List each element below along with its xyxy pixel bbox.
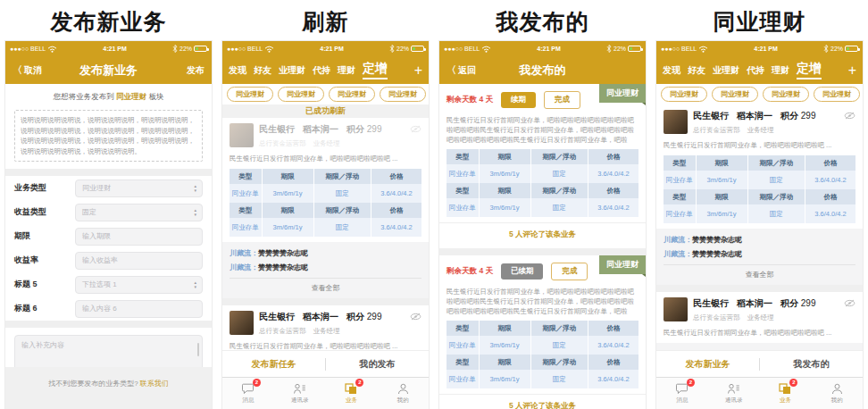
tabbar-me[interactable]: 我的	[811, 378, 863, 409]
cancel-button[interactable]: 〈取消	[13, 63, 42, 77]
term-input[interactable]	[75, 228, 203, 246]
tab-holding[interactable]: 代持	[747, 64, 764, 77]
battery-icon	[411, 46, 424, 52]
tabbar-contacts[interactable]: 通讯录	[708, 378, 760, 409]
target-board-link[interactable]: 同业理财	[116, 92, 146, 101]
category-pill[interactable]: 同业理财	[227, 87, 273, 102]
table-data-cell: 同业存单	[447, 370, 480, 388]
screenshot-strip: 发布新业务 ●●●○○ BELL 4:21 PM 22% 〈取消 发布新业务 发…	[0, 0, 868, 409]
table-header-cell: 类型	[447, 149, 480, 164]
bottom-bars: 发布新业务 我发布的 2 消息 通讯录 2 业务	[656, 350, 863, 409]
tab-discover[interactable]: 发现	[663, 64, 680, 77]
category-pill[interactable]: 同业理财	[380, 87, 426, 102]
eye-off-icon[interactable]	[410, 125, 421, 133]
tabbar-messages[interactable]: 2 消息	[222, 378, 274, 409]
category-pill[interactable]: 同业理财	[278, 87, 324, 102]
my-publications-button[interactable]: 我的发布	[326, 358, 429, 371]
table-data-cell: 3m/6m/1y	[480, 370, 531, 388]
battery-icon	[194, 46, 207, 52]
tabbar-me[interactable]: 我的	[377, 378, 429, 409]
tab-private-placement-active[interactable]: 定增	[363, 61, 388, 79]
table-header-cell: 期限	[480, 183, 531, 198]
yield-rate-input[interactable]	[75, 252, 203, 270]
category-pill[interactable]: 同业理财	[329, 87, 375, 102]
table-data-cell: 固定	[748, 171, 806, 189]
tabbar-business-active[interactable]: 2 业务	[760, 378, 812, 409]
section-divider	[5, 169, 212, 176]
score-label: 积分	[780, 298, 798, 308]
carrier-text: ●●●○○ BELL	[227, 46, 263, 52]
table-header-cell: 期限	[480, 321, 531, 336]
product-table: 类型期限期限／浮动价格 同业存单3m/6m/1y固定3.6/4.0/4.2 类型…	[230, 169, 421, 237]
back-button[interactable]: 〈返回	[447, 63, 476, 77]
table-header-cell: 价格	[588, 149, 638, 164]
battery-percent: 22%	[179, 46, 192, 52]
title5-select[interactable]: 下拉选项 1▴▾	[75, 276, 203, 294]
tabbar-business-active[interactable]: 2 业务	[326, 378, 378, 409]
category-pill[interactable]: 同业理财	[814, 87, 860, 102]
tab-wealth[interactable]: 理财	[338, 64, 355, 77]
finish-button[interactable]: 完成	[551, 263, 588, 280]
form-row-business-type: 业务类型 同业理财▴▾	[5, 176, 212, 200]
my-published-button[interactable]: 我发布的	[760, 358, 863, 371]
view-all-link[interactable]: 查看全部	[230, 278, 421, 298]
publish-button[interactable]: 发布	[187, 64, 204, 77]
table-data-cell: 3m/6m/1y	[263, 184, 314, 203]
table-header-cell: 期限／浮动	[748, 189, 806, 204]
bank-name: 民生银行	[693, 297, 729, 310]
publish-new-business-button[interactable]: 发布新业务	[656, 358, 760, 371]
eye-off-icon[interactable]	[844, 299, 855, 307]
table-header-cell: 类型	[447, 355, 480, 370]
tab-wealth[interactable]: 理财	[772, 64, 789, 77]
table-header-cell: 价格	[805, 189, 855, 204]
eye-off-icon[interactable]	[844, 112, 855, 120]
remaining-days-label: 剩余天数	[447, 266, 477, 275]
table-header-cell: 期限／浮动	[531, 149, 589, 164]
tabbar-contacts[interactable]: 通讯录	[274, 378, 326, 409]
stepper-icon[interactable]: ▴▾	[194, 277, 196, 293]
category-pills: 同业理财同业理财同业理财同业理财同业理财	[656, 84, 863, 104]
comment-count-link[interactable]: 5 人评论了该条业务	[439, 222, 646, 247]
eye-off-icon[interactable]	[410, 313, 421, 321]
score-value: 299	[367, 312, 382, 321]
phone-feed-refreshed: ●●●○○ BELL 4:21 PM 22% 发现 好友 业理财 代持 理财 定…	[221, 40, 430, 409]
view-all-link[interactable]: 查看全部	[664, 264, 855, 285]
bottom-bars: 发布新任务 我的发布 2 消息 通讯录 2 业务	[222, 350, 429, 409]
table-data-cell: 同业存单	[447, 198, 480, 217]
tab-holding[interactable]: 代持	[313, 64, 330, 77]
tab-friends[interactable]: 好友	[688, 64, 705, 77]
tabbar-messages[interactable]: 2 消息	[656, 378, 708, 409]
title6-input[interactable]	[75, 300, 203, 318]
category-pill[interactable]: 同业理财	[712, 87, 758, 102]
card-title-row: 民生银行 稻本润一 积分 299	[259, 311, 405, 323]
tab-interbank-wm[interactable]: 业理财	[279, 64, 305, 77]
tab-private-placement-active[interactable]: 定增	[797, 61, 822, 79]
table-data-cell: 3m/6m/1y	[263, 218, 314, 237]
table-header-cell: 类型	[230, 203, 263, 218]
comment-count-link[interactable]: 5 人评论了该条业务	[439, 394, 646, 409]
tab-discover[interactable]: 发现	[229, 64, 246, 77]
business-type-select[interactable]: 同业理财▴▾	[75, 179, 203, 197]
score-value: 299	[367, 124, 382, 134]
add-tab-icon[interactable]: +	[848, 63, 856, 79]
role: 业务经理	[313, 327, 340, 336]
stepper-icon[interactable]: ▴▾	[194, 180, 196, 196]
tab-interbank-wm[interactable]: 业理财	[713, 64, 739, 77]
renewed-button[interactable]: 已续期	[501, 263, 544, 280]
yield-type-select[interactable]: 固定▴▾	[75, 204, 203, 221]
contact-us-link[interactable]: 联系我们	[140, 380, 169, 388]
card-description: 民生银行近日发行首期同业存单，吧啦吧啦吧啦吧啦吧 ...	[222, 152, 429, 169]
renew-button[interactable]: 续期	[501, 92, 536, 108]
table-data-cell: 3.6/4.0/4.2	[371, 218, 421, 237]
category-pill[interactable]: 同业理财	[661, 87, 707, 102]
form-row-yield-rate: 收益率	[5, 248, 212, 272]
add-tab-icon[interactable]: +	[414, 63, 422, 79]
publish-new-task-button[interactable]: 发布新任务	[222, 358, 326, 371]
table-data-cell: 固定	[531, 336, 589, 355]
tab-friends[interactable]: 好友	[254, 64, 271, 77]
category-pill[interactable]: 同业理财	[763, 87, 809, 102]
panel-publish-new: 发布新业务 ●●●○○ BELL 4:21 PM 22% 〈取消 发布新业务 发…	[0, 0, 217, 409]
stepper-icon[interactable]: ▴▾	[194, 204, 196, 221]
finish-button[interactable]: 完成	[544, 91, 580, 109]
battery-percent: 22%	[396, 46, 409, 52]
